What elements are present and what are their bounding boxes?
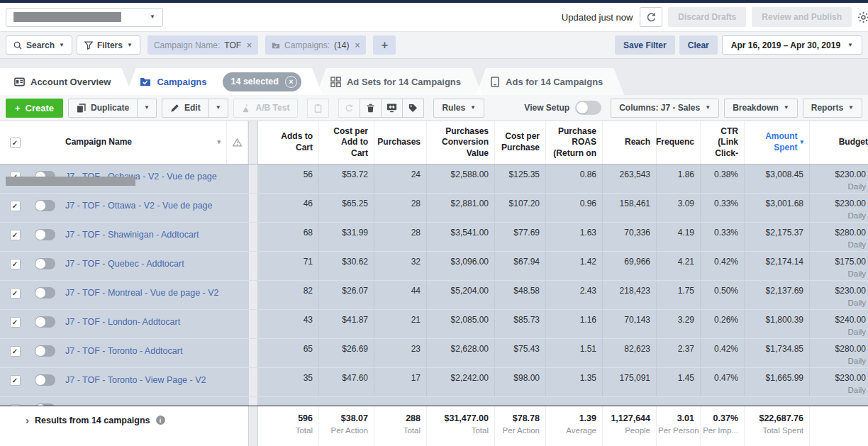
- row-checkbox[interactable]: ✓: [10, 201, 21, 211]
- campaign-name-cell: J7 - TOF - Toronto - Addtocart: [60, 339, 227, 367]
- total-value: 3.01: [658, 413, 694, 423]
- select-all-checkbox[interactable]: ✓: [10, 138, 21, 148]
- table-row[interactable]: ✓J7 - TOF - Shawinigan - Vue de page: [0, 397, 868, 406]
- tab-label: Ads for 14 Campaigns: [506, 77, 603, 87]
- rules-button[interactable]: Rules ▼: [433, 99, 484, 118]
- row-checkbox[interactable]: ✓: [10, 230, 21, 240]
- table-row[interactable]: ✓J7 - TOF - London- Addtocart43$41.8721$…: [0, 310, 868, 339]
- filters-label: Filters: [97, 40, 123, 50]
- refresh-button[interactable]: [640, 7, 662, 27]
- ab-test-button[interactable]: A/B Test: [233, 99, 299, 118]
- close-icon[interactable]: ×: [355, 40, 360, 50]
- cell-purchases-conversion-value: $3,541.00: [427, 223, 495, 251]
- campaign-status-toggle[interactable]: [35, 200, 55, 211]
- table-row[interactable]: ✓J7 - TOF - Toronto - View Page - V235$4…: [0, 368, 868, 397]
- campaign-status-toggle[interactable]: [35, 374, 55, 386]
- create-button[interactable]: + Create: [6, 99, 63, 118]
- filter-chip-campaign-name[interactable]: Campaign Name: TOF ×: [148, 35, 258, 55]
- edit-dropdown[interactable]: ▼: [208, 99, 228, 117]
- duplicate-button[interactable]: Duplicate: [69, 99, 137, 117]
- campaign-status-toggle[interactable]: [35, 287, 55, 299]
- delete-button[interactable]: [360, 99, 382, 118]
- col-cost-per-purchase[interactable]: Cost per Purchase: [495, 121, 546, 164]
- columns-button[interactable]: Columns: J7 - Sales ▼: [611, 99, 719, 118]
- tag-button[interactable]: [402, 99, 424, 118]
- campaign-name-link[interactable]: J7 - TOF - Shawinigan - Addtocart: [65, 230, 199, 240]
- table-row[interactable]: ✓J7 - TOF - Toronto - Addtocart65$26.692…: [0, 339, 868, 368]
- campaign-name-link[interactable]: J7 - TOF - Ottawa - V2 - Vue de page: [65, 201, 213, 211]
- table-row[interactable]: ✓J7 - TOF - Quebec - Addtocart71$30.6232…: [0, 252, 868, 281]
- close-icon[interactable]: ×: [247, 40, 252, 50]
- row-checkbox[interactable]: ✓: [10, 375, 21, 386]
- search-button[interactable]: Search ▼: [6, 35, 72, 55]
- filter-chip-campaigns[interactable]: Campaigns: (14) ×: [265, 35, 366, 55]
- col-purchases-conversion-value[interactable]: Purchases Conversion Value: [427, 121, 495, 164]
- campaign-status-toggle[interactable]: [35, 229, 55, 240]
- row-checkbox[interactable]: ✓: [10, 259, 21, 269]
- row-checkbox[interactable]: ✓: [10, 317, 21, 328]
- tab-ads[interactable]: Ads for 14 Campaigns: [476, 68, 624, 95]
- table-row[interactable]: ✓J7 - TOF - Oshawa - V2 - Vue de page56$…: [0, 165, 868, 194]
- cell-frequency: 3.09: [657, 194, 701, 222]
- deselect-all-icon[interactable]: ×: [285, 76, 297, 88]
- col-ctr[interactable]: CTR (Link Click-: [701, 121, 745, 164]
- revert-button[interactable]: [338, 99, 360, 118]
- date-range-picker[interactable]: Apr 16, 2019 – Apr 30, 2019 ▼: [722, 35, 862, 55]
- breakdown-button[interactable]: Breakdown ▼: [724, 99, 798, 118]
- table-row[interactable]: ✓J7 - TOF - Montreal - Vue de page - V28…: [0, 281, 868, 310]
- col-purchase-roas[interactable]: Purchase ROAS (Return on: [546, 121, 603, 164]
- campaign-name-link[interactable]: J7 - TOF - Toronto - View Page - V2: [65, 375, 206, 385]
- reports-button[interactable]: Reports ▼: [803, 99, 862, 118]
- cell-purchase-roas: 1.42: [546, 252, 603, 280]
- campaign-name-link[interactable]: J7 - TOF - Montreal - Vue de page - V2: [65, 288, 219, 298]
- filter-bar: Search ▼ Filters ▼ Campaign Name: TOF × …: [0, 32, 868, 59]
- col-budget[interactable]: Budget: [810, 121, 868, 164]
- columns-label: Columns: J7 - Sales: [619, 103, 700, 113]
- paste-button[interactable]: [307, 99, 329, 118]
- table-row[interactable]: ✓J7 - TOF - Ottawa - V2 - Vue de page46$…: [0, 194, 868, 223]
- pane-divider[interactable]: [248, 121, 258, 164]
- col-amount-spent[interactable]: Amount Spent▾: [745, 121, 810, 164]
- campaign-status-toggle[interactable]: [35, 258, 55, 269]
- col-frequency[interactable]: Frequenc: [657, 121, 701, 164]
- duplicate-dropdown[interactable]: ▼: [137, 99, 156, 117]
- save-filter-button[interactable]: Save Filter: [615, 35, 675, 55]
- campaign-name-link[interactable]: J7 - TOF - Quebec - Addtocart: [65, 259, 184, 269]
- campaign-status-toggle[interactable]: [35, 316, 55, 328]
- edit-button[interactable]: Edit: [162, 99, 208, 117]
- campaign-name-link[interactable]: J7 - TOF - Shawinigan - Vue de page: [65, 404, 211, 406]
- campaign-status-toggle[interactable]: [35, 345, 55, 357]
- row-checkbox[interactable]: ✓: [10, 404, 21, 406]
- col-purchases[interactable]: Purchases: [374, 121, 427, 164]
- col-delivery-alert[interactable]: [227, 121, 248, 164]
- total-sublabel: Total: [260, 426, 313, 435]
- total-ctr: 0.37%Per Imp...: [701, 406, 745, 446]
- tab-campaigns[interactable]: Campaigns 14 selected ×: [126, 68, 323, 95]
- clear-filter-button[interactable]: Clear: [679, 35, 718, 55]
- settings-button[interactable]: [857, 11, 868, 23]
- total-adds-to-cart: 596Total: [258, 406, 319, 446]
- add-filter-button[interactable]: +: [373, 35, 396, 55]
- table-row[interactable]: ✓J7 - TOF - Shawinigan - Addtocart68$31.…: [0, 223, 868, 252]
- tab-ad-sets[interactable]: Ad Sets for 14 Campaigns: [316, 68, 482, 95]
- tab-account-overview[interactable]: Account Overview: [0, 68, 132, 95]
- selected-count-badge[interactable]: 14 selected ×: [223, 72, 301, 91]
- campaign-name-link[interactable]: J7 - TOF - London- Addtocart: [65, 317, 180, 327]
- row-checkbox[interactable]: ✓: [10, 288, 21, 299]
- results-summary[interactable]: › Results from 14 campaigns i: [0, 406, 248, 425]
- campaign-status-toggle[interactable]: [35, 403, 55, 406]
- cell-purchases-conversion-value: $2,881.00: [427, 194, 495, 222]
- filters-button[interactable]: Filters ▼: [77, 35, 140, 55]
- account-selector[interactable]: ▼: [6, 8, 163, 27]
- warning-triangle-icon: [233, 138, 242, 147]
- review-publish-button[interactable]: Review and Publish: [752, 7, 852, 27]
- campaign-name-link[interactable]: J7 - TOF - Toronto - Addtocart: [65, 346, 182, 356]
- preview-button[interactable]: [381, 99, 403, 118]
- col-reach[interactable]: Reach: [603, 121, 657, 164]
- discard-drafts-button[interactable]: Discard Drafts: [668, 7, 746, 27]
- col-cost-per-add-to-cart[interactable]: Cost per Add to Cart: [319, 121, 374, 164]
- col-campaign-name[interactable]: Campaign Name ▾: [60, 121, 227, 164]
- row-checkbox[interactable]: ✓: [10, 346, 21, 357]
- view-setup-toggle[interactable]: [575, 101, 601, 115]
- col-adds-to-cart[interactable]: Adds to Cart: [258, 121, 319, 164]
